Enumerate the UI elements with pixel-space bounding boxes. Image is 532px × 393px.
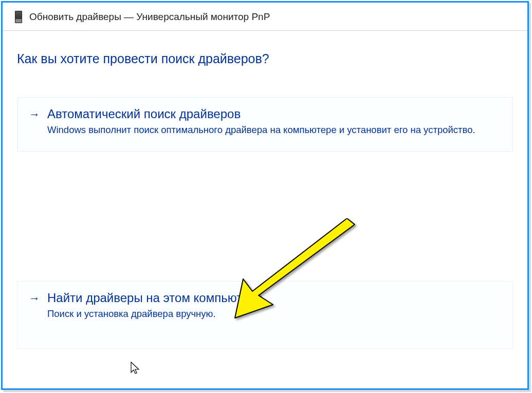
option-description: Поиск и установка драйвера вручную. (47, 308, 501, 320)
search-question-heading: Как вы хотите провести поиск драйверов? (17, 51, 513, 66)
dialog-title: Обновить драйверы — Универсальный монито… (29, 11, 270, 23)
dialog-content: Как вы хотите провести поиск драйверов? … (3, 31, 527, 349)
option-description: Windows выполнит поиск оптимального драй… (47, 124, 501, 136)
arrow-right-icon: → (29, 292, 40, 305)
dialog-header: Обновить драйверы — Универсальный монито… (3, 3, 527, 31)
option-title: Найти драйверы на этом компьютере (47, 291, 263, 305)
option-title: Автоматический поиск драйверов (47, 107, 241, 121)
option-header: → Автоматический поиск драйверов (29, 107, 501, 121)
mouse-cursor-icon (130, 361, 140, 376)
option-browse-computer[interactable]: → Найти драйверы на этом компьютере Поис… (17, 281, 513, 349)
device-tower-icon (15, 11, 22, 23)
option-header: → Найти драйверы на этом компьютере (29, 291, 501, 305)
dialog-frame: Обновить драйверы — Универсальный монито… (1, 1, 529, 390)
arrow-right-icon: → (29, 108, 40, 121)
option-auto-search[interactable]: → Автоматический поиск драйверов Windows… (17, 97, 513, 152)
